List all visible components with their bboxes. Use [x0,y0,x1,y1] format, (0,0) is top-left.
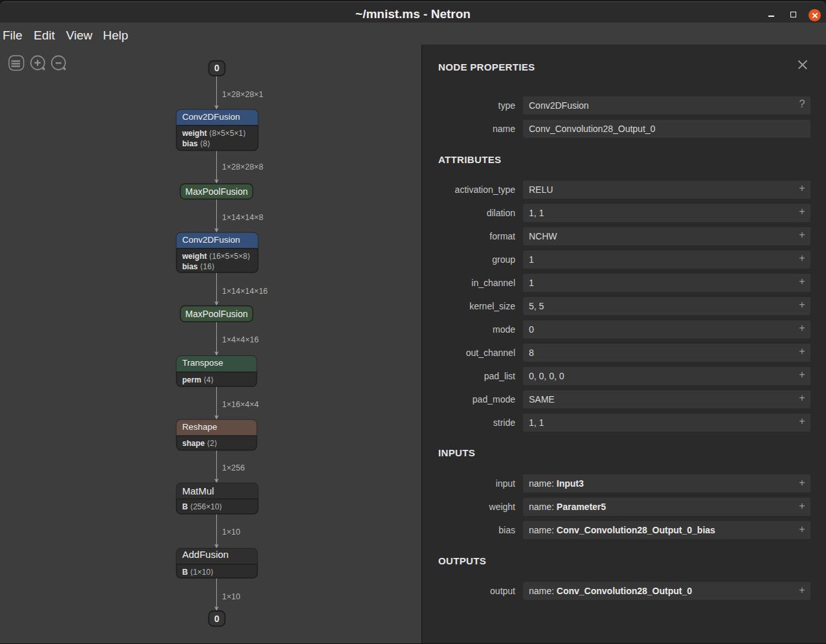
svg-text:0: 0 [214,63,219,73]
svg-text:1×4×4×16: 1×4×4×16 [222,335,259,344]
svg-text:AddFusion: AddFusion [183,549,229,560]
svg-text:bias ⟨8⟩: bias ⟨8⟩ [183,139,210,148]
svg-text:MatMul: MatMul [183,485,214,496]
svg-text:weight ⟨8×5×5×1⟩: weight ⟨8×5×5×1⟩ [182,129,246,138]
svg-text:Transpose: Transpose [183,358,223,368]
svg-text:0: 0 [214,614,219,624]
svg-text:1×256: 1×256 [222,463,245,472]
svg-text:Reshape: Reshape [183,422,218,432]
svg-text:1×14×14×16: 1×14×14×16 [222,287,268,296]
svg-text:MaxPoolFusion: MaxPoolFusion [185,186,248,197]
svg-text:perm ⟨4⟩: perm ⟨4⟩ [183,375,214,384]
svg-text:1×10: 1×10 [222,592,240,601]
svg-text:1×16×4×4: 1×16×4×4 [222,400,259,409]
svg-text:bias ⟨16⟩: bias ⟨16⟩ [183,262,215,271]
svg-text:weight ⟨16×5×5×8⟩: weight ⟨16×5×5×8⟩ [182,252,251,261]
svg-text:shape ⟨2⟩: shape ⟨2⟩ [183,439,218,448]
svg-text:B ⟨1×10⟩: B ⟨1×10⟩ [183,568,214,577]
svg-text:1×28×28×1: 1×28×28×1 [222,90,263,99]
svg-text:1×14×14×8: 1×14×14×8 [222,213,263,222]
svg-text:Conv2DFusion: Conv2DFusion [183,235,240,245]
svg-text:Conv2DFusion: Conv2DFusion [183,112,240,122]
svg-text:MaxPoolFusion: MaxPoolFusion [185,309,248,319]
svg-text:1×28×28×8: 1×28×28×8 [222,162,263,172]
svg-text:1×10: 1×10 [222,527,240,537]
svg-text:B ⟨256×10⟩: B ⟨256×10⟩ [183,502,223,511]
